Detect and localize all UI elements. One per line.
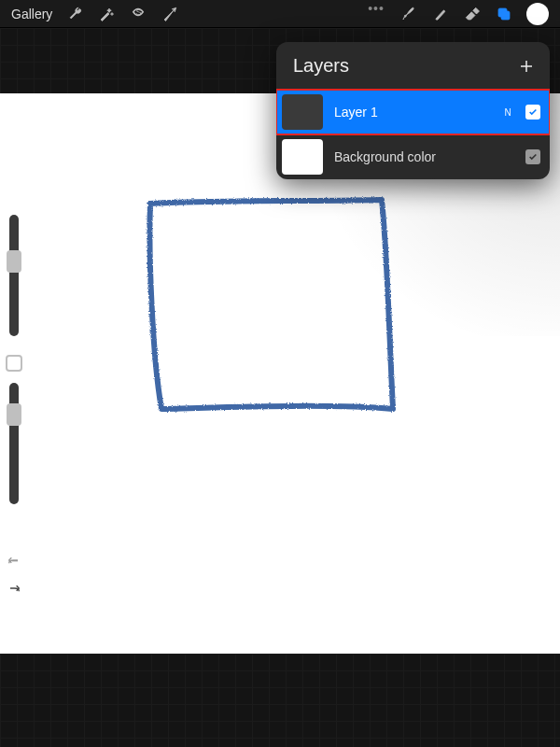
redo-button[interactable] [7,583,21,601]
magic-wand-icon[interactable] [91,0,121,28]
layer-row-background[interactable]: Background color [276,134,550,179]
more-menu-icon[interactable]: ••• [360,1,392,16]
eraser-icon[interactable] [457,0,487,28]
layer-visibility-checkbox[interactable] [525,105,540,120]
wrench-icon[interactable] [60,0,90,28]
svg-text:S: S [136,7,142,16]
top-toolbar: Gallery S ••• [0,0,560,28]
canvas-margin-bottom [0,654,560,747]
opacity-handle[interactable] [7,403,21,426]
undo-redo-group [0,555,28,601]
drawn-rectangle [145,196,397,418]
add-layer-button[interactable] [518,58,535,75]
layer-visibility-checkbox[interactable] [525,149,540,164]
layer-name-label: Layer 1 [334,105,490,120]
layer-row-selected[interactable]: Layer 1 N [276,90,550,134]
layer-blend-mode[interactable]: N [501,107,514,118]
selection-icon[interactable]: S [123,0,153,28]
modify-tool-button[interactable] [6,355,22,372]
side-sliders [0,215,28,515]
layer-name-label: Background color [334,149,490,164]
brush-size-handle[interactable] [7,250,21,273]
brush-size-slider[interactable] [9,215,19,336]
brush-icon[interactable] [394,0,424,28]
layers-header: Layers [276,42,550,90]
transform-arrow-icon[interactable] [155,0,185,28]
layers-title: Layers [293,55,349,77]
color-swatch[interactable] [526,3,549,25]
layers-panel: Layers Layer 1 N Background color [276,42,550,179]
gallery-button[interactable]: Gallery [6,7,58,21]
layers-icon[interactable] [489,0,519,28]
opacity-slider[interactable] [9,383,19,504]
smudge-icon[interactable] [426,0,455,28]
svg-rect-2 [501,11,510,20]
layer-thumbnail [282,94,323,130]
undo-button[interactable] [7,555,21,573]
layer-thumbnail [282,139,323,175]
